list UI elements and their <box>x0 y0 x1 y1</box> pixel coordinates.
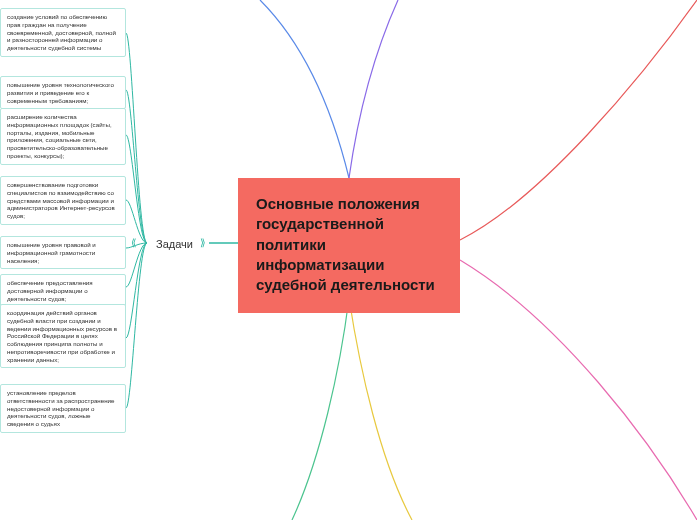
leaf-text: установление пределов ответственности за… <box>7 389 115 427</box>
branch-node-tasks[interactable]: Задачи <box>150 236 199 252</box>
leaf-text: создание условий по обеспечению прав гра… <box>7 13 116 51</box>
leaf-node[interactable]: повышение уровня правовой и информационн… <box>0 236 126 269</box>
leaf-text: расширение количества информационных пло… <box>7 113 112 159</box>
leaf-node[interactable]: координация действий органов судебной вл… <box>0 304 126 368</box>
leaf-text: повышение уровня технологического развит… <box>7 81 114 104</box>
chevron-left-icon: ⟪ <box>131 237 137 248</box>
leaf-node[interactable]: установление пределов ответственности за… <box>0 384 126 433</box>
center-node-title: Основные положения государственной полит… <box>256 195 435 293</box>
chevron-right-icon: ⟫ <box>200 237 206 248</box>
leaf-node[interactable]: обеспечение предоставления достоверной и… <box>0 274 126 307</box>
leaf-text: координация действий органов судебной вл… <box>7 309 117 363</box>
leaf-text: повышение уровня правовой и информационн… <box>7 241 96 264</box>
center-node[interactable]: Основные положения государственной полит… <box>238 178 460 313</box>
mindmap-canvas: Основные положения государственной полит… <box>0 0 697 520</box>
leaf-text: обеспечение предоставления достоверной и… <box>7 279 93 302</box>
leaf-node[interactable]: создание условий по обеспечению прав гра… <box>0 8 126 57</box>
leaf-node[interactable]: расширение количества информационных пло… <box>0 108 126 165</box>
leaf-node[interactable]: повышение уровня технологического развит… <box>0 76 126 109</box>
leaf-text: совершенствование подготовки специалисто… <box>7 181 115 219</box>
branch-node-label: Задачи <box>156 238 193 250</box>
leaf-node[interactable]: совершенствование подготовки специалисто… <box>0 176 126 225</box>
